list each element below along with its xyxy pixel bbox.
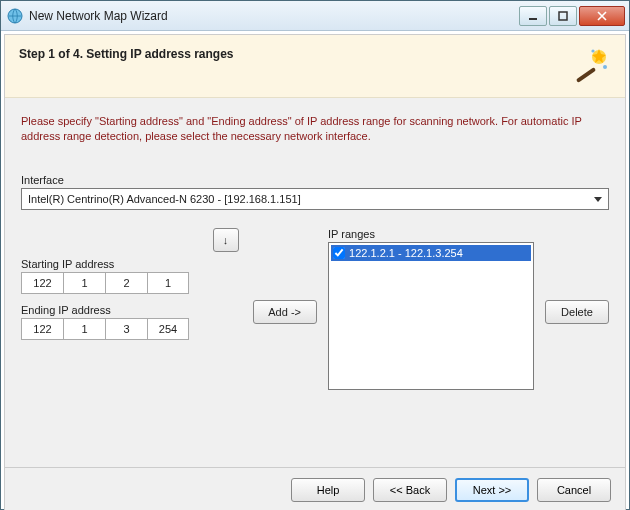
starting-ip-label: Starting IP address [21, 258, 203, 270]
start-oct-3[interactable]: 2 [105, 272, 147, 294]
instruction-text: Please specify "Starting address" and "E… [21, 114, 609, 144]
svg-point-5 [603, 65, 607, 69]
wizard-body: Please specify "Starting address" and "E… [5, 98, 625, 467]
ip-ranges-column: IP ranges 122.1.2.1 - 122.1.3.254 [328, 228, 534, 390]
close-button[interactable] [579, 6, 625, 26]
end-oct-1[interactable]: 122 [21, 318, 63, 340]
end-oct-2[interactable]: 1 [63, 318, 105, 340]
back-button[interactable]: << Back [373, 478, 447, 502]
wizard-window: New Network Map Wizard Step 1 of 4. Sett… [0, 0, 630, 510]
wizard-wand-icon [571, 47, 611, 85]
minimize-button[interactable] [519, 6, 547, 26]
end-oct-4[interactable]: 254 [147, 318, 189, 340]
ip-range-text: 122.1.2.1 - 122.1.3.254 [349, 247, 463, 259]
window-title: New Network Map Wizard [29, 9, 517, 23]
starting-ip-field[interactable]: 122 1 2 1 [21, 272, 203, 294]
ip-ranges-label: IP ranges [328, 228, 534, 240]
wizard-header: Step 1 of 4. Setting IP address ranges [5, 35, 625, 98]
help-button[interactable]: Help [291, 478, 365, 502]
ip-range-item[interactable]: 122.1.2.1 - 122.1.3.254 [331, 245, 531, 261]
ending-ip-label: Ending IP address [21, 304, 203, 316]
svg-rect-1 [529, 18, 537, 20]
start-oct-1[interactable]: 122 [21, 272, 63, 294]
interface-dropdown[interactable]: Intel(R) Centrino(R) Advanced-N 6230 - [… [21, 188, 609, 210]
add-range-button[interactable]: Add -> [253, 300, 317, 324]
ending-ip-field[interactable]: 122 1 3 254 [21, 318, 203, 340]
window-controls [517, 6, 625, 26]
interface-label: Interface [21, 174, 609, 186]
start-oct-4[interactable]: 1 [147, 272, 189, 294]
interface-selected-value: Intel(R) Centrino(R) Advanced-N 6230 - [… [28, 193, 301, 205]
next-button[interactable]: Next >> [455, 478, 529, 502]
ip-range-checkbox[interactable] [333, 247, 345, 259]
svg-rect-3 [576, 67, 596, 83]
step-title: Step 1 of 4. Setting IP address ranges [19, 47, 234, 61]
titlebar: New Network Map Wizard [1, 1, 629, 31]
delete-range-button[interactable]: Delete [545, 300, 609, 324]
start-oct-2[interactable]: 1 [63, 272, 105, 294]
content-area: Step 1 of 4. Setting IP address ranges P… [4, 34, 626, 510]
maximize-button[interactable] [549, 6, 577, 26]
svg-rect-2 [559, 12, 567, 20]
arrow-down-icon: ↓ [223, 234, 229, 246]
svg-point-6 [591, 49, 594, 52]
end-oct-3[interactable]: 3 [105, 318, 147, 340]
app-icon [7, 8, 23, 24]
wizard-footer: Help << Back Next >> Cancel [5, 467, 625, 510]
swap-ip-button[interactable]: ↓ [213, 228, 239, 252]
ip-entry-column: Starting IP address 122 1 2 1 Ending IP … [21, 228, 203, 350]
cancel-button[interactable]: Cancel [537, 478, 611, 502]
ip-ranges-listbox[interactable]: 122.1.2.1 - 122.1.3.254 [328, 242, 534, 390]
